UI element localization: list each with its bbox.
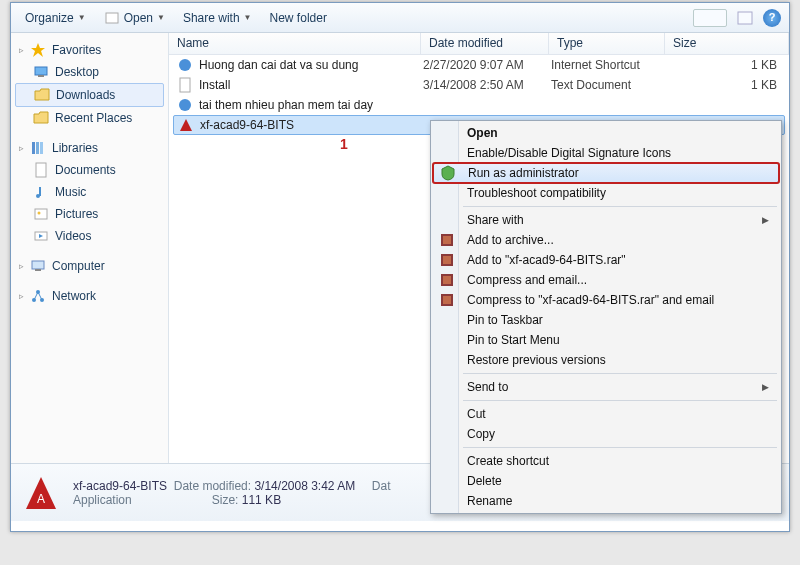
open-button[interactable]: Open ▼: [98, 8, 171, 28]
pictures-icon: [33, 206, 49, 222]
details-size-label: Size:: [212, 493, 239, 507]
new-folder-button[interactable]: New folder: [264, 9, 333, 27]
archive-icon: [439, 252, 455, 268]
svg-rect-0: [106, 13, 118, 23]
context-menu: Open Enable/Disable Digital Signature Ic…: [430, 120, 782, 514]
archive-icon: [439, 232, 455, 248]
chevron-down-icon: ▼: [157, 13, 165, 22]
svg-rect-6: [36, 142, 39, 154]
menu-enable-signature[interactable]: Enable/Disable Digital Signature Icons: [433, 143, 779, 163]
svg-marker-2: [31, 43, 45, 57]
svg-rect-4: [38, 75, 44, 77]
recent-icon: [33, 110, 49, 126]
document-icon: [33, 162, 49, 178]
shortcut-icon: [177, 97, 193, 113]
submenu-arrow-icon: ▶: [762, 215, 769, 225]
new-folder-label: New folder: [270, 11, 327, 25]
nav-recent[interactable]: Recent Places: [11, 107, 168, 129]
svg-rect-16: [35, 269, 41, 271]
archive-icon: [439, 292, 455, 308]
menu-send-to[interactable]: Send to▶: [433, 377, 779, 397]
menu-run-as-administrator[interactable]: Run as administrator: [433, 163, 779, 183]
network-icon: [30, 288, 46, 304]
folder-icon: [34, 87, 50, 103]
menu-pin-start[interactable]: Pin to Start Menu: [433, 330, 779, 350]
svg-rect-7: [40, 142, 43, 154]
details-modified: 3/14/2008 3:42 AM: [254, 479, 355, 493]
menu-pin-taskbar[interactable]: Pin to Taskbar: [433, 310, 779, 330]
svg-rect-5: [32, 142, 35, 154]
file-row[interactable]: Install 3/14/2008 2:50 AM Text Document …: [169, 75, 789, 95]
svg-rect-21: [180, 78, 190, 92]
preview-pane-icon[interactable]: [737, 10, 753, 26]
menu-cut[interactable]: Cut: [433, 404, 779, 424]
nav-videos[interactable]: Videos: [11, 225, 168, 247]
nav-favorites-header[interactable]: Favorites: [11, 39, 168, 61]
share-menu[interactable]: Share with ▼: [177, 9, 258, 27]
organize-menu[interactable]: Organize ▼: [19, 9, 92, 27]
col-size[interactable]: Size: [665, 33, 789, 54]
nav-computer-header[interactable]: Computer: [11, 255, 168, 277]
menu-create-shortcut[interactable]: Create shortcut: [433, 451, 779, 471]
col-name[interactable]: Name: [169, 33, 421, 54]
svg-rect-11: [35, 209, 47, 219]
menu-troubleshoot[interactable]: Troubleshoot compatibility: [433, 183, 779, 203]
svg-rect-29: [443, 256, 451, 264]
details-type: Application: [73, 493, 132, 507]
svg-rect-27: [443, 236, 451, 244]
svg-rect-1: [738, 12, 752, 24]
nav-pane: Favorites Desktop Downloads Recent Place…: [11, 33, 169, 463]
nav-libraries-header[interactable]: Libraries: [11, 137, 168, 159]
svg-rect-10: [39, 187, 41, 196]
videos-icon: [33, 228, 49, 244]
chevron-down-icon: ▼: [244, 13, 252, 22]
menu-open[interactable]: Open: [433, 123, 779, 143]
details-size: 111 KB: [242, 493, 281, 507]
menu-share-with[interactable]: Share with▶: [433, 210, 779, 230]
menu-restore-versions[interactable]: Restore previous versions: [433, 350, 779, 370]
computer-icon: [30, 258, 46, 274]
chevron-down-icon: ▼: [78, 13, 86, 22]
nav-desktop[interactable]: Desktop: [11, 61, 168, 83]
nav-downloads[interactable]: Downloads: [15, 83, 164, 107]
svg-marker-23: [180, 119, 192, 131]
open-label: Open: [124, 11, 153, 25]
col-type[interactable]: Type: [549, 33, 665, 54]
open-icon: [104, 10, 120, 26]
application-icon: A: [21, 473, 61, 513]
menu-compress-to-email[interactable]: Compress to "xf-acad9-64-BITS.rar" and e…: [433, 290, 779, 310]
svg-point-20: [179, 59, 191, 71]
menu-add-archive[interactable]: Add to archive...: [433, 230, 779, 250]
menu-add-to-rar[interactable]: Add to "xf-acad9-64-BITS.rar": [433, 250, 779, 270]
share-label: Share with: [183, 11, 240, 25]
menu-compress-email[interactable]: Compress and email...: [433, 270, 779, 290]
menu-delete[interactable]: Delete: [433, 471, 779, 491]
organize-label: Organize: [25, 11, 74, 25]
nav-network-header[interactable]: Network: [11, 285, 168, 307]
svg-text:A: A: [37, 492, 45, 506]
shield-icon: [440, 165, 456, 181]
application-icon: [178, 117, 194, 133]
nav-pictures[interactable]: Pictures: [11, 203, 168, 225]
svg-rect-33: [443, 296, 451, 304]
nav-music[interactable]: Music: [11, 181, 168, 203]
text-file-icon: [177, 77, 193, 93]
view-options-button[interactable]: [693, 9, 727, 27]
col-date[interactable]: Date modified: [421, 33, 549, 54]
help-icon[interactable]: ?: [763, 9, 781, 27]
toolbar: Organize ▼ Open ▼ Share with ▼ New folde…: [11, 3, 789, 33]
menu-rename[interactable]: Rename: [433, 491, 779, 511]
music-icon: [33, 184, 49, 200]
details-name: xf-acad9-64-BITS: [73, 479, 167, 493]
svg-rect-8: [36, 163, 46, 177]
desktop-icon: [33, 64, 49, 80]
details-created-label: Dat: [372, 479, 391, 493]
libraries-icon: [30, 140, 46, 156]
svg-rect-15: [32, 261, 44, 269]
file-row[interactable]: Huong dan cai dat va su dung 2/27/2020 9…: [169, 55, 789, 75]
file-row[interactable]: tai them nhieu phan mem tai day: [169, 95, 789, 115]
archive-icon: [439, 272, 455, 288]
annotation-1: 1: [340, 136, 348, 152]
menu-copy[interactable]: Copy: [433, 424, 779, 444]
nav-documents[interactable]: Documents: [11, 159, 168, 181]
